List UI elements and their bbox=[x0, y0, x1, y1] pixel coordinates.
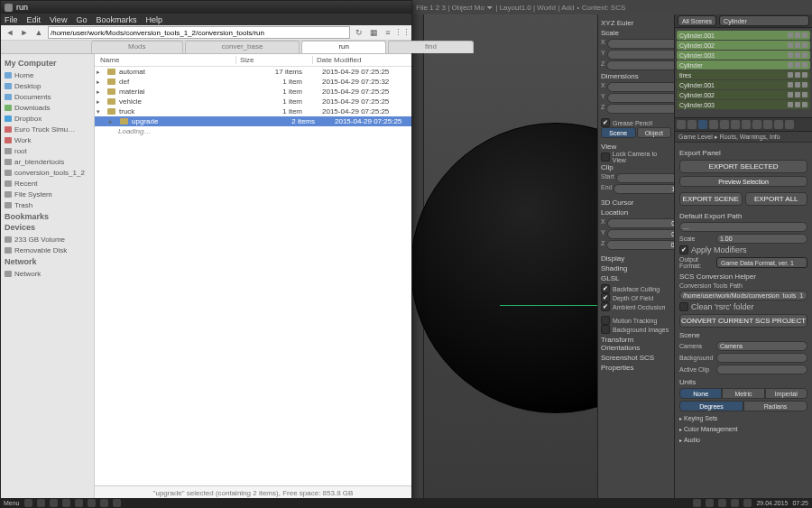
angle-segment[interactable]: DegreesRadians bbox=[679, 401, 807, 411]
nav-fwd-icon[interactable]: ► bbox=[19, 27, 30, 38]
grease-pencil[interactable]: Grease Pencil bbox=[613, 120, 652, 126]
file-row[interactable]: ▸def1 item2015-04-29 07:25:32 bbox=[95, 77, 411, 87]
viewport-3d[interactable] bbox=[411, 14, 597, 498]
expand-icon[interactable]: ▸ bbox=[95, 98, 102, 106]
camera-input[interactable] bbox=[716, 341, 807, 351]
preview-selection-button[interactable]: Preview Selection bbox=[679, 176, 807, 187]
clean-check[interactable] bbox=[679, 302, 688, 311]
tab-object-icon[interactable] bbox=[720, 120, 729, 129]
eye-icon[interactable] bbox=[788, 52, 793, 58]
glsl-check[interactable]: ✔Backface Culling bbox=[601, 284, 671, 293]
conv-path-input[interactable] bbox=[679, 291, 807, 300]
convert-button[interactable]: CONVERT CURRENT SCS PROJECT bbox=[679, 314, 807, 328]
angle-radians[interactable]: Radians bbox=[743, 401, 807, 411]
outliner-item[interactable]: Cylinder bbox=[677, 60, 810, 69]
task-icon[interactable] bbox=[62, 499, 70, 507]
path-input[interactable] bbox=[48, 26, 350, 39]
color-management[interactable]: Color Management bbox=[679, 424, 807, 433]
file-row[interactable]: ▾truck1 item2015-04-29 07:25:25 bbox=[95, 106, 411, 116]
outliner-item[interactable]: Cylinder.001 bbox=[677, 31, 810, 40]
outliner-mode[interactable]: All Scenes bbox=[678, 15, 716, 26]
tab-modifiers-icon[interactable] bbox=[742, 120, 751, 129]
sidebar-item[interactable]: Work bbox=[5, 134, 90, 145]
sidebar-item[interactable]: root bbox=[5, 145, 90, 156]
task-icon[interactable] bbox=[113, 499, 121, 507]
render-icon[interactable] bbox=[802, 62, 807, 68]
render-icon[interactable] bbox=[802, 32, 807, 38]
file-row[interactable]: ▸material1 item2015-04-29 07:25:25 bbox=[95, 87, 411, 97]
props-tabs[interactable] bbox=[675, 118, 812, 132]
angle-degrees[interactable]: Degrees bbox=[679, 401, 743, 411]
sidebar-item[interactable]: Recent bbox=[5, 178, 90, 189]
dim-x[interactable] bbox=[607, 82, 674, 92]
menu-help[interactable]: Help bbox=[145, 15, 162, 24]
eye-icon[interactable] bbox=[788, 82, 793, 88]
task-icon[interactable] bbox=[24, 499, 32, 507]
task-icon[interactable] bbox=[100, 499, 108, 507]
eye-icon[interactable] bbox=[788, 32, 793, 38]
cursor-z[interactable] bbox=[606, 240, 674, 250]
export-scale[interactable] bbox=[716, 234, 807, 244]
background-input[interactable] bbox=[716, 353, 807, 363]
file-row[interactable]: ▸automat17 items2015-04-29 07:25:25 bbox=[95, 67, 411, 77]
scale-y[interactable] bbox=[607, 50, 674, 60]
export-selected-button[interactable]: EXPORT SELECTED bbox=[679, 160, 807, 173]
task-icon[interactable] bbox=[75, 499, 83, 507]
sidebar-item[interactable]: Home bbox=[5, 69, 90, 80]
sidebar-item[interactable]: 233 GB Volume bbox=[5, 234, 90, 245]
select-icon[interactable] bbox=[795, 62, 800, 68]
tab-constraints-icon[interactable] bbox=[731, 120, 740, 129]
default-path-input[interactable] bbox=[679, 222, 807, 232]
render-icon[interactable] bbox=[802, 42, 807, 48]
outliner-item[interactable]: Cylinder.003 bbox=[677, 100, 810, 109]
list-header[interactable]: Name Size Date Modified bbox=[95, 54, 411, 67]
display-label[interactable]: Display bbox=[601, 254, 671, 263]
select-icon[interactable] bbox=[795, 92, 800, 97]
render-icon[interactable] bbox=[802, 52, 807, 58]
select-icon[interactable] bbox=[795, 72, 800, 78]
col-modified[interactable]: Date Modified bbox=[312, 56, 408, 64]
app-menubar[interactable]: FileEditViewGoBookmarksHelp bbox=[1, 14, 411, 25]
render-icon[interactable] bbox=[802, 92, 807, 97]
task-icon[interactable] bbox=[37, 499, 45, 507]
nav-up-icon[interactable]: ▲ bbox=[33, 27, 44, 38]
cursor-y[interactable] bbox=[607, 229, 674, 239]
cursor-x[interactable] bbox=[607, 218, 674, 228]
properties-sec[interactable]: Properties bbox=[601, 364, 671, 372]
sidebar-item[interactable]: File System bbox=[5, 189, 90, 199]
menu-bookmarks[interactable]: Bookmarks bbox=[96, 15, 136, 24]
menu-view[interactable]: View bbox=[50, 15, 67, 24]
out-fmt-select[interactable]: Game Data Format, ver. 1 bbox=[716, 257, 807, 268]
expand-icon[interactable]: ▸ bbox=[107, 118, 115, 125]
os-taskbar[interactable]: Menu 29.04.2015 07:25 bbox=[0, 498, 812, 508]
menu-label[interactable]: Menu bbox=[4, 500, 20, 506]
render-icon[interactable] bbox=[802, 102, 807, 107]
activeclip-input[interactable] bbox=[716, 365, 807, 374]
outliner-item[interactable]: Cylinder.003 bbox=[677, 51, 810, 60]
dim-y[interactable] bbox=[607, 93, 674, 103]
render-icon[interactable] bbox=[802, 72, 807, 78]
menu-file[interactable]: File bbox=[5, 15, 18, 24]
tray-icon[interactable] bbox=[706, 499, 714, 507]
eye-icon[interactable] bbox=[788, 42, 793, 48]
sidebar-item[interactable]: conversion_tools_1_2 bbox=[5, 167, 90, 178]
eye-icon[interactable] bbox=[788, 92, 793, 97]
outliner-tree[interactable]: Cylinder.001Cylinder.002Cylinder.003Cyli… bbox=[675, 28, 812, 117]
nav-back-icon[interactable]: ◄ bbox=[5, 27, 15, 38]
apply-mod-check[interactable]: ✔ bbox=[679, 245, 688, 254]
tab-world-icon[interactable] bbox=[709, 120, 718, 129]
sidebar-item[interactable]: Trash bbox=[5, 199, 90, 210]
transform-orient[interactable]: Transform Orientations bbox=[601, 336, 671, 352]
scale-z[interactable] bbox=[606, 60, 674, 70]
scale-x[interactable] bbox=[607, 39, 674, 49]
expand-icon[interactable]: ▸ bbox=[95, 79, 102, 86]
tab-texture-icon[interactable] bbox=[774, 120, 783, 129]
clip-end[interactable] bbox=[614, 184, 674, 194]
view-icons-icon[interactable]: ▦ bbox=[368, 27, 379, 38]
tray-icon[interactable] bbox=[718, 499, 726, 507]
tab-find[interactable]: find bbox=[388, 41, 474, 53]
sidebar-item[interactable]: Desktop bbox=[5, 80, 90, 91]
tab-layers-icon[interactable] bbox=[687, 120, 697, 129]
eye-icon[interactable] bbox=[788, 62, 793, 68]
tray-icon[interactable] bbox=[693, 499, 701, 507]
